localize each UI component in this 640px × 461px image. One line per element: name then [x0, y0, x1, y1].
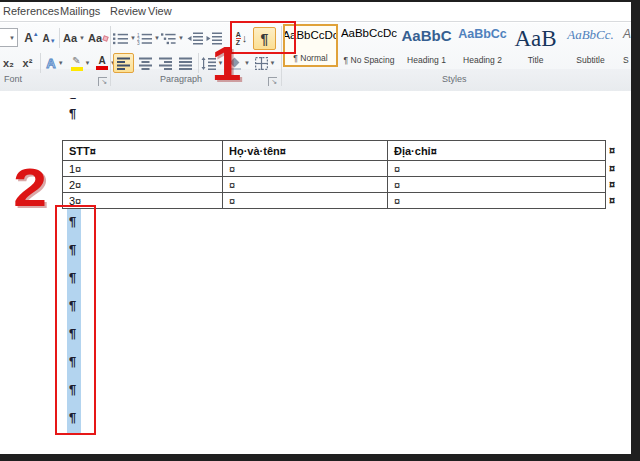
- style-heading-2[interactable]: AaBbCc Heading 2: [456, 24, 509, 67]
- row-end-mark: ¤: [609, 145, 615, 156]
- divider: [59, 28, 60, 48]
- table-row: 3¤ ¤ ¤: [63, 193, 606, 209]
- divider: [40, 53, 41, 73]
- document-table: STT¤ Họ·và·tên¤ Địa·chỉ¤ 1¤ ¤ ¤ 2¤ ¤ ¤ 3…: [62, 140, 606, 209]
- numbering-button[interactable]: 123 ▼: [137, 28, 160, 48]
- bullet-list-icon: [113, 32, 128, 45]
- annotation-box-step2: [55, 205, 96, 435]
- paragraph-mark: ¶: [69, 107, 76, 120]
- table-header-name[interactable]: Họ·và·tên¤: [223, 141, 388, 161]
- text-effects-button[interactable]: A▼: [43, 53, 67, 73]
- decrease-indent-icon: [187, 32, 203, 45]
- row-end-mark: ¤: [609, 179, 615, 190]
- ribbon-tab-bar: References Mailings Review View: [0, 2, 631, 22]
- align-left-icon: [117, 57, 131, 70]
- tab-mailings[interactable]: Mailings: [60, 5, 100, 17]
- chevron-down-icon: ▼: [178, 35, 184, 41]
- align-center-icon: [139, 57, 153, 70]
- superscript-button[interactable]: x²: [19, 53, 36, 73]
- clipped-paragraph-mark: ¶: [69, 93, 81, 99]
- style-heading-1[interactable]: AaBbC Heading 1: [399, 24, 454, 67]
- multilevel-list-icon: [161, 32, 176, 45]
- clear-formatting-button[interactable]: Aa: [88, 28, 108, 48]
- chevron-down-icon: ▼: [130, 35, 136, 41]
- change-case-button[interactable]: Aa▼: [62, 28, 86, 48]
- borders-button[interactable]: ▼: [253, 53, 277, 73]
- justify-icon: [179, 57, 193, 70]
- caret-up-icon: ▲: [33, 31, 39, 37]
- chevron-down-icon: ▼: [79, 35, 85, 41]
- subscript-button[interactable]: x₂: [0, 53, 17, 73]
- borders-grid-icon: [255, 57, 268, 70]
- grow-font-button[interactable]: A▲: [23, 28, 40, 48]
- pencil-icon: ✎: [72, 56, 80, 66]
- text-highlight-button[interactable]: ✎ ▼: [68, 53, 93, 73]
- table-cell[interactable]: ¤: [388, 161, 606, 177]
- window-right-edge: [631, 0, 640, 461]
- table-header-stt[interactable]: STT¤: [63, 141, 223, 161]
- table-cell[interactable]: 2¤: [63, 177, 223, 193]
- eraser-icon: [102, 35, 108, 41]
- svg-text:3: 3: [137, 40, 140, 44]
- group-divider: [110, 26, 111, 86]
- chevron-down-icon: ▼: [58, 60, 64, 66]
- font-color-bar: [96, 66, 108, 70]
- style-subtitle[interactable]: AaBbCc. Subtitle: [561, 24, 620, 67]
- font-dialog-launcher[interactable]: ↘: [98, 77, 107, 86]
- shrink-font-button[interactable]: A▼: [41, 28, 57, 48]
- multilevel-list-button[interactable]: ▼: [161, 28, 184, 48]
- row-end-mark: ¤: [609, 163, 615, 174]
- justify-button[interactable]: [176, 53, 195, 73]
- chevron-down-icon: ▼: [270, 60, 276, 66]
- ribbon-home: ▼ A▲ A▼ Aa▼ Aa x₂ x² A▼ ✎ ▼ A ▼ Font ↘: [0, 23, 631, 91]
- chevron-down-icon: ▼: [244, 60, 250, 66]
- chevron-down-icon: ▼: [154, 35, 160, 41]
- tab-view[interactable]: View: [148, 5, 172, 17]
- paragraph-group-label: Paragraph: [160, 74, 202, 84]
- align-left-button[interactable]: [113, 53, 134, 73]
- style-partial[interactable]: A S: [622, 24, 631, 67]
- table-cell[interactable]: ¤: [223, 177, 388, 193]
- chevron-down-icon: ▼: [9, 35, 15, 41]
- align-right-icon: [159, 57, 173, 70]
- word-window: References Mailings Review View ▼ A▲ A▼ …: [0, 0, 640, 461]
- table-cell[interactable]: 1¤: [63, 161, 223, 177]
- style-no-spacing[interactable]: AaBbCcDc ¶ No Spacing: [341, 24, 397, 67]
- caret-down-icon: ▼: [50, 38, 56, 44]
- bullets-button[interactable]: ▼: [113, 28, 136, 48]
- window-bottom-edge: [0, 454, 640, 461]
- table-row: 1¤ ¤ ¤: [63, 161, 606, 177]
- divider: [198, 53, 199, 73]
- font-size-combobox[interactable]: ▼: [0, 28, 18, 47]
- tab-references[interactable]: References: [3, 5, 59, 17]
- chevron-down-icon: ▼: [85, 60, 91, 66]
- table-cell[interactable]: ¤: [223, 161, 388, 177]
- align-center-button[interactable]: [136, 53, 155, 73]
- table-header-address[interactable]: Địa·chỉ¤: [388, 141, 606, 161]
- annotation-number-1: 1: [211, 40, 241, 88]
- numbered-list-icon: 123: [137, 32, 152, 45]
- align-right-button[interactable]: [156, 53, 175, 73]
- table-cell[interactable]: ¤: [223, 193, 388, 209]
- paragraph-dialog-launcher[interactable]: ↘: [268, 77, 277, 86]
- decrease-indent-button[interactable]: [186, 28, 204, 48]
- table-row: 2¤ ¤ ¤: [63, 177, 606, 193]
- highlight-color-bar: [71, 67, 83, 71]
- styles-group-label: Styles: [442, 74, 467, 84]
- row-end-mark: ¤: [609, 195, 615, 206]
- annotation-number-2: 2: [13, 160, 47, 214]
- table-cell[interactable]: ¤: [388, 177, 606, 193]
- table-header-row: STT¤ Họ·và·tên¤ Địa·chỉ¤: [63, 141, 606, 161]
- style-title[interactable]: AaB Title: [511, 24, 560, 67]
- tab-review[interactable]: Review: [110, 5, 146, 17]
- font-group-label: Font: [4, 74, 22, 84]
- table-cell[interactable]: ¤: [388, 193, 606, 209]
